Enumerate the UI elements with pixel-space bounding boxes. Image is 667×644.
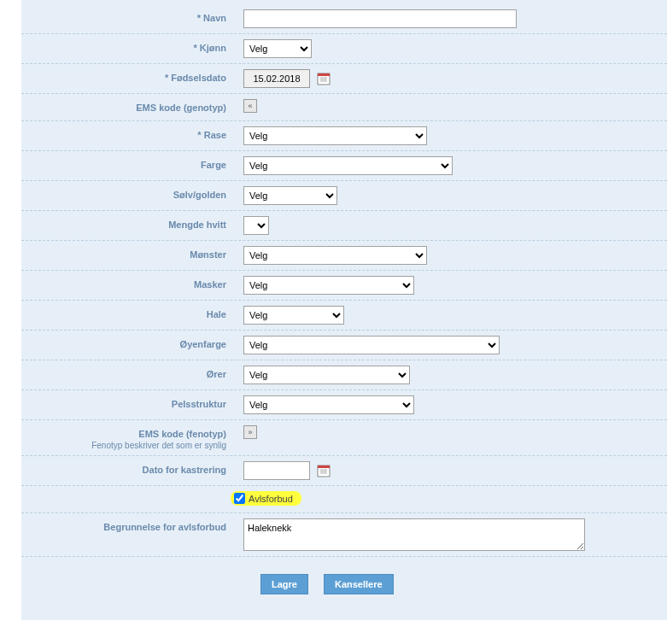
label-mengde-hvitt: Mengde hvitt	[21, 216, 243, 230]
dato-kastrering-input[interactable]	[243, 461, 310, 480]
farge-select[interactable]: Velg	[243, 156, 453, 175]
row-hale: Hale Velg	[21, 301, 667, 331]
oyenfarge-select[interactable]: Velg	[243, 336, 500, 354]
fodselsdato-input[interactable]	[243, 69, 310, 88]
form-container: * Navn * Kjønn Velg * Fødselsdato EMS ko…	[21, 0, 667, 620]
avlsforbud-checkbox[interactable]	[234, 493, 245, 504]
row-dato-kastrering: Dato for kastrering	[21, 456, 667, 486]
pelsstruktur-select[interactable]: Velg	[243, 395, 414, 414]
label-dato-kastrering: Dato for kastrering	[21, 461, 243, 475]
cancel-button[interactable]: Kansellere	[324, 574, 394, 594]
row-solv-golden: Sølv/golden Velg	[21, 181, 667, 211]
mengde-hvitt-select[interactable]	[243, 216, 269, 235]
row-oyenfarge: Øyenfarge Velg	[21, 331, 667, 360]
row-kjonn: * Kjønn Velg	[21, 34, 667, 64]
label-ems-fenotyp: EMS kode (fenotyp)	[138, 429, 226, 439]
row-avlsforbud: Avlsforbud	[21, 486, 667, 513]
row-begrunnelse: Begrunnelse for avlsforbud	[21, 513, 667, 557]
label-navn: * Navn	[21, 9, 243, 23]
avlsforbud-label: Avlsforbud	[249, 494, 293, 504]
row-ems-fenotyp: EMS kode (fenotyp) Fenotyp beskriver det…	[21, 420, 667, 456]
label-pelsstruktur: Pelsstruktur	[21, 395, 243, 409]
orer-select[interactable]: Velg	[243, 366, 410, 384]
begrunnelse-textarea[interactable]	[243, 518, 585, 551]
label-rase: * Rase	[21, 126, 243, 140]
save-button[interactable]: Lagre	[260, 574, 308, 594]
row-pelsstruktur: Pelsstruktur Velg	[21, 390, 667, 420]
svg-rect-6	[318, 465, 330, 468]
row-farge: Farge Velg	[21, 151, 667, 181]
row-fodselsdato: * Fødselsdato	[21, 64, 667, 94]
row-ems-genotyp: EMS kode (genotyp) «	[21, 94, 667, 121]
expand-genotyp-icon[interactable]: «	[243, 99, 257, 113]
row-masker: Masker Velg	[21, 271, 667, 301]
label-oyenfarge: Øyenfarge	[21, 336, 243, 349]
label-fodselsdato: * Fødselsdato	[21, 69, 243, 83]
label-begrunnelse: Begrunnelse for avlsforbud	[21, 518, 243, 532]
row-orer: Ører Velg	[21, 360, 667, 390]
rase-select[interactable]: Velg	[243, 126, 427, 145]
monster-select[interactable]: Velg	[243, 246, 427, 265]
label-monster: Mønster	[21, 246, 243, 260]
navn-input[interactable]	[243, 9, 517, 28]
sublabel-ems-fenotyp: Fenotyp beskriver det som er synlig	[21, 441, 226, 450]
avlsforbud-highlight: Avlsforbud	[231, 491, 301, 506]
calendar-icon[interactable]	[317, 464, 331, 477]
label-ems-genotyp: EMS kode (genotyp)	[21, 99, 243, 113]
kjonn-select[interactable]: Velg	[243, 39, 312, 58]
label-orer: Ører	[21, 366, 243, 379]
hale-select[interactable]: Velg	[243, 306, 344, 325]
row-mengde-hvitt: Mengde hvitt	[21, 211, 667, 241]
label-hale: Hale	[21, 306, 243, 319]
solv-golden-select[interactable]: Velg	[243, 186, 337, 205]
row-navn: * Navn	[21, 4, 667, 34]
calendar-icon[interactable]	[317, 72, 331, 85]
row-monster: Mønster Velg	[21, 241, 667, 271]
label-solv-golden: Sølv/golden	[21, 186, 243, 200]
label-kjonn: * Kjønn	[21, 39, 243, 53]
expand-fenotyp-icon[interactable]: »	[243, 425, 257, 439]
buttons-row: Lagre Kansellere	[21, 557, 667, 594]
svg-rect-1	[318, 73, 330, 76]
masker-select[interactable]: Velg	[243, 276, 414, 295]
label-masker: Masker	[21, 276, 243, 290]
row-rase: * Rase Velg	[21, 121, 667, 151]
label-farge: Farge	[21, 156, 243, 170]
